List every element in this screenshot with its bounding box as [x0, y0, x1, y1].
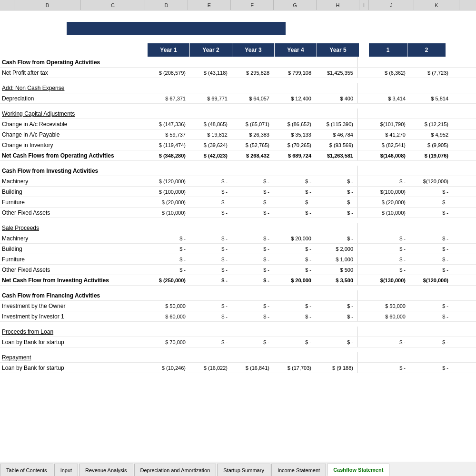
- data-row-22: Other Fixed Assets$ -$ -$ -$ -$ 500$ -$ …: [0, 265, 476, 275]
- spacer-row: [0, 218, 476, 223]
- row-label-18: Sale Proceeds: [0, 225, 148, 231]
- value-y5-row-26: $ -: [315, 303, 357, 309]
- rvalue-m2-row-22: $ -: [409, 267, 452, 273]
- value-y3-row-33: $ (16,841): [231, 365, 273, 371]
- row-label-12: Cash Flow from Investing Activities: [0, 168, 148, 174]
- row-label-13: Machinery: [0, 178, 148, 185]
- row-label-19: Machinery: [0, 235, 148, 242]
- value-y1-row-16: $ (10,000): [148, 210, 189, 216]
- data-row-32: Repayment: [0, 352, 476, 363]
- data-row-3: Add: Non Cash Expense: [0, 83, 476, 93]
- col-header-b: B: [14, 0, 81, 10]
- value-y3-row-13: $ -: [231, 178, 273, 184]
- value-y1-row-15: $ (20,000): [148, 199, 189, 205]
- tab-revenue-analysis[interactable]: Revenue Analysis: [79, 464, 133, 476]
- value-y1-row-13: $ (120,000): [148, 178, 189, 184]
- data-row-29: Proceeds from Loan: [0, 327, 476, 337]
- tab-depreciation-and-amortization[interactable]: Depreciation and Amortization: [134, 464, 217, 476]
- value-y1-row-27: $ 60,000: [148, 314, 189, 319]
- month-header-2: 2: [407, 43, 446, 57]
- rvalue-m2-row-27: $ -: [409, 314, 452, 319]
- value-y1-row-8: $ 59,737: [148, 132, 189, 138]
- value-y5-row-20: $ 2,000: [315, 246, 357, 252]
- rvalue-m1-row-22: $ -: [367, 267, 409, 273]
- data-row-16: Other Fixed Assets$ (10,000)$ -$ -$ -$ -…: [0, 208, 476, 218]
- row-label-33: Loan by Bank for startup: [0, 365, 148, 371]
- data-row-12: Cash Flow from Investing Activities: [0, 166, 476, 176]
- value-y4-row-30: $ -: [273, 339, 315, 345]
- rvalue-m2-row-1: $ (7,723): [409, 70, 452, 76]
- value-y3-row-20: $ -: [231, 246, 273, 252]
- row-label-26: Investment by the Owner: [0, 303, 148, 309]
- value-y2-row-33: $ (16,022): [189, 365, 231, 371]
- value-y1-row-20: $ -: [148, 246, 189, 252]
- value-y1-row-30: $ 70,000: [148, 339, 189, 345]
- data-row-10: Net Cash Flows from Operating Activities…: [0, 150, 476, 161]
- value-y5-row-1: $1,425,355: [315, 70, 357, 76]
- rvalue-m1-row-26: $ 50,000: [367, 303, 409, 309]
- row-label-14: Building: [0, 188, 148, 195]
- rvalue-m2-row-26: $ -: [409, 303, 452, 309]
- value-y3-row-1: $ 295,828: [231, 70, 273, 76]
- rvalue-m1-row-10: $(146,008): [367, 153, 409, 159]
- row-label-0: Cash Flow from Operating Activities: [0, 59, 148, 66]
- value-y5-row-9: $ (93,569): [315, 142, 357, 148]
- rvalue-m1-row-13: $ -: [367, 178, 409, 184]
- value-y2-row-1: $ (43,118): [189, 70, 231, 76]
- value-y4-row-20: $ -: [273, 246, 315, 252]
- title-banner: [67, 22, 286, 35]
- value-y2-row-13: $ -: [189, 178, 231, 184]
- value-y5-row-33: $ (9,188): [315, 365, 357, 371]
- value-y4-row-33: $ (17,703): [273, 365, 315, 371]
- rvalue-m1-row-16: $ (10,000): [367, 210, 409, 216]
- row-label-32: Repayment: [0, 354, 148, 361]
- value-y1-row-10: $ (348,280): [148, 153, 189, 159]
- month-header-1: 1: [369, 43, 407, 57]
- value-y4-row-10: $ 689,724: [273, 153, 315, 159]
- row-label-30: Loan by Bank for startup: [0, 339, 148, 346]
- row-label-20: Building: [0, 246, 148, 252]
- value-y3-row-10: $ 268,432: [231, 153, 273, 159]
- value-y4-row-16: $ -: [273, 210, 315, 216]
- value-y1-row-9: $ (119,474): [148, 142, 189, 148]
- value-y4-row-4: $ 12,400: [273, 96, 315, 101]
- value-y3-row-4: $ 64,057: [231, 96, 273, 101]
- data-row-30: Loan by Bank for startup$ 70,000$ -$ -$ …: [0, 337, 476, 347]
- value-y2-row-26: $ -: [189, 303, 231, 309]
- value-y4-row-9: $ (70,265): [273, 142, 315, 148]
- value-y4-row-14: $ -: [273, 189, 315, 195]
- value-y1-row-14: $ (100,000): [148, 189, 189, 195]
- spacer-row: [0, 347, 476, 352]
- tab-income-statement[interactable]: Income Statement: [271, 464, 326, 476]
- tab-startup-summary[interactable]: Startup Summary: [217, 464, 270, 476]
- rvalue-m2-row-19: $ -: [409, 236, 452, 241]
- data-row-8: Change in A/c Payable$ 59,737$ 19,812$ 2…: [0, 129, 476, 140]
- col-header-c: C: [81, 0, 145, 10]
- row-label-1: Net Profit after tax: [0, 69, 148, 76]
- year-header-5: Year 5: [317, 43, 359, 57]
- rvalue-m2-row-15: $ -: [409, 199, 452, 205]
- value-y2-row-23: $ -: [189, 278, 231, 283]
- value-y2-row-7: $ (48,865): [189, 121, 231, 127]
- data-row-13: Machinery$ (120,000)$ -$ -$ -$ -$ -$(120…: [0, 176, 476, 187]
- rvalue-m1-row-8: $ 41,270: [367, 132, 409, 138]
- data-row-9: Change in Inventory$ (119,474)$ (39,624)…: [0, 140, 476, 150]
- data-row-7: Change in A/c Receviable$ (147,336)$ (48…: [0, 119, 476, 129]
- data-row-15: Furniture$ (20,000)$ -$ -$ -$ -$ (20,000…: [0, 197, 476, 208]
- tab-cashflow-statement[interactable]: Cashflow Statement: [327, 464, 389, 476]
- tab-table-of-contents[interactable]: Table of Contents: [0, 464, 53, 476]
- rvalue-m1-row-21: $ -: [367, 257, 409, 262]
- rvalue-m2-row-4: $ 5,814: [409, 96, 452, 101]
- value-y5-row-30: $ -: [315, 339, 357, 345]
- col-header-g: G: [274, 0, 317, 10]
- value-y3-row-9: $ (52,765): [231, 142, 273, 148]
- value-y2-row-10: $ (42,023): [189, 153, 231, 159]
- tab-input[interactable]: Input: [54, 464, 78, 476]
- value-y4-row-19: $ 20,000: [273, 236, 315, 241]
- data-row-14: Building$ (100,000)$ -$ -$ -$ -$(100,000…: [0, 187, 476, 197]
- row-label-8: Change in A/c Payable: [0, 131, 148, 138]
- rvalue-m1-row-15: $ (20,000): [367, 199, 409, 205]
- value-y2-row-8: $ 19,812: [189, 132, 231, 138]
- value-y2-row-20: $ -: [189, 246, 231, 252]
- data-row-0: Cash Flow from Operating Activities: [0, 57, 476, 68]
